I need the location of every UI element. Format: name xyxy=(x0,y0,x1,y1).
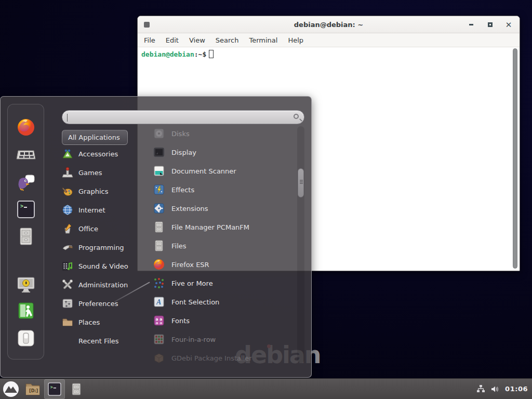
four-in-a-row-icon xyxy=(153,333,165,345)
app-item-fonts[interactable]: a aa a Fonts xyxy=(138,311,294,330)
graphics-icon xyxy=(62,185,73,197)
launcher-terminal[interactable]: > xyxy=(44,379,65,399)
extensions-icon xyxy=(153,202,165,215)
terminal-window-icon xyxy=(144,22,150,28)
app-item-font-selection[interactable]: A Font Selection xyxy=(138,292,294,311)
category-all-applications[interactable]: All Applications xyxy=(62,130,128,145)
pidgin-icon xyxy=(16,172,36,193)
firefox-icon xyxy=(153,258,165,271)
session-log-out[interactable] xyxy=(16,300,36,321)
file-cabinet-icon xyxy=(16,226,36,247)
category-places[interactable]: Places xyxy=(62,313,138,331)
menu-help[interactable]: Help xyxy=(288,36,303,44)
app-item-gdebi-package-installer[interactable]: GDebi Package Installer xyxy=(138,349,294,364)
category-programming[interactable]: Programming xyxy=(62,238,138,257)
menu-file[interactable]: File xyxy=(144,36,155,44)
session-shut-down[interactable] xyxy=(16,328,36,349)
file-cabinet-icon xyxy=(153,221,165,233)
category-internet[interactable]: Internet xyxy=(62,201,138,219)
launcher-file-manager-folder[interactable]: [D:] xyxy=(22,379,43,399)
favorite-terminal[interactable]: > xyxy=(16,199,36,220)
application-menu: > xyxy=(0,96,312,378)
close-button[interactable]: ✕ xyxy=(505,21,512,29)
recent-files-spacer xyxy=(62,335,73,347)
terminal-icon: > xyxy=(16,199,36,220)
app-item-files[interactable]: Files xyxy=(138,236,294,255)
minimize-button[interactable] xyxy=(468,21,475,29)
category-graphics[interactable]: Graphics xyxy=(62,182,138,201)
package-icon xyxy=(153,352,165,364)
terminal-titlebar[interactable]: debian@debian: ~ ✕ xyxy=(138,16,520,33)
category-administration[interactable]: Administration xyxy=(62,275,138,294)
network-icon[interactable] xyxy=(476,384,485,393)
font-selection-icon: A xyxy=(153,296,165,308)
category-accessories[interactable]: Accessories xyxy=(62,144,138,163)
favorite-pidgin[interactable] xyxy=(16,172,36,193)
disks-icon xyxy=(153,127,165,140)
svg-text:A: A xyxy=(156,298,161,306)
launcher-files[interactable] xyxy=(66,379,87,399)
search-icon xyxy=(294,114,299,119)
terminal-scrollbar[interactable] xyxy=(512,48,518,269)
file-cabinet-icon xyxy=(153,240,165,252)
app-item-display[interactable]: Display xyxy=(138,143,294,162)
svg-text:>: > xyxy=(50,384,53,389)
fonts-icon: a aa a xyxy=(153,314,165,327)
menu-search[interactable]: Search xyxy=(216,36,239,44)
app-item-extensions[interactable]: Extensions xyxy=(138,199,294,218)
menu-view[interactable]: View xyxy=(189,36,205,44)
menu-terminal[interactable]: Terminal xyxy=(249,36,277,44)
accessories-icon xyxy=(62,148,73,159)
volume-icon[interactable] xyxy=(490,385,500,393)
category-preferences[interactable]: Preferences xyxy=(62,294,138,313)
prompt-user-host: debian@debian xyxy=(141,50,194,58)
menu-scrollbar-thumb[interactable] xyxy=(298,168,304,197)
svg-text:a a: a a xyxy=(156,321,163,325)
application-list: Disks Display Document Scanner Effects E… xyxy=(138,124,294,364)
app-item-effects[interactable]: Effects xyxy=(138,180,294,199)
firefox-icon xyxy=(16,116,36,137)
menu-button-icon xyxy=(3,381,19,397)
shut-down-icon xyxy=(16,328,36,349)
app-item-four-in-a-row[interactable]: Four-in-a-row xyxy=(138,330,294,349)
file-cabinet-icon xyxy=(70,381,83,397)
search-input[interactable] xyxy=(68,112,286,122)
menu-button[interactable] xyxy=(1,379,21,399)
folder-icon: [D:] xyxy=(25,382,41,396)
lock-screen-icon xyxy=(16,274,36,295)
svg-text:>: > xyxy=(20,203,23,209)
menu-edit[interactable]: Edit xyxy=(166,36,179,44)
favorite-software[interactable] xyxy=(16,144,36,165)
category-sound-video[interactable]: Sound & Video xyxy=(62,257,138,275)
effects-icon xyxy=(153,183,165,196)
places-icon xyxy=(62,316,73,328)
favorite-file-manager[interactable] xyxy=(16,226,36,247)
app-item-file-manager-pcmanfm[interactable]: File Manager PCManFM xyxy=(138,218,294,236)
programming-icon xyxy=(62,242,73,253)
menu-search-box[interactable] xyxy=(62,110,304,124)
software-icon xyxy=(16,144,36,165)
five-or-more-icon xyxy=(153,277,165,289)
prompt-path: :~$ xyxy=(194,50,206,58)
sound-video-icon xyxy=(62,260,73,272)
category-list: Accessories Games Graphics Internet Offi… xyxy=(62,144,138,350)
terminal-cursor xyxy=(209,50,214,58)
app-item-document-scanner[interactable]: Document Scanner xyxy=(138,162,294,180)
session-lock-screen[interactable] xyxy=(16,274,36,295)
app-item-five-or-more[interactable]: Five or More xyxy=(138,274,294,292)
taskbar-clock[interactable]: 01:06 xyxy=(505,385,528,393)
category-games[interactable]: Games xyxy=(62,163,138,182)
app-item-disks[interactable]: Disks xyxy=(138,124,294,143)
maximize-button[interactable] xyxy=(486,21,494,29)
menu-scrollbar[interactable] xyxy=(297,126,304,363)
office-icon xyxy=(62,223,73,234)
svg-text:[D:]: [D:] xyxy=(29,389,38,393)
category-recent-files[interactable]: Recent Files xyxy=(62,331,138,350)
log-out-icon xyxy=(16,300,36,321)
favorites-column: > xyxy=(7,104,44,360)
category-office[interactable]: Office xyxy=(62,219,138,238)
app-item-firefox-esr[interactable]: Firefox ESR xyxy=(138,255,294,274)
preferences-icon xyxy=(62,298,73,309)
favorite-firefox[interactable] xyxy=(16,116,36,137)
display-icon xyxy=(153,146,165,158)
